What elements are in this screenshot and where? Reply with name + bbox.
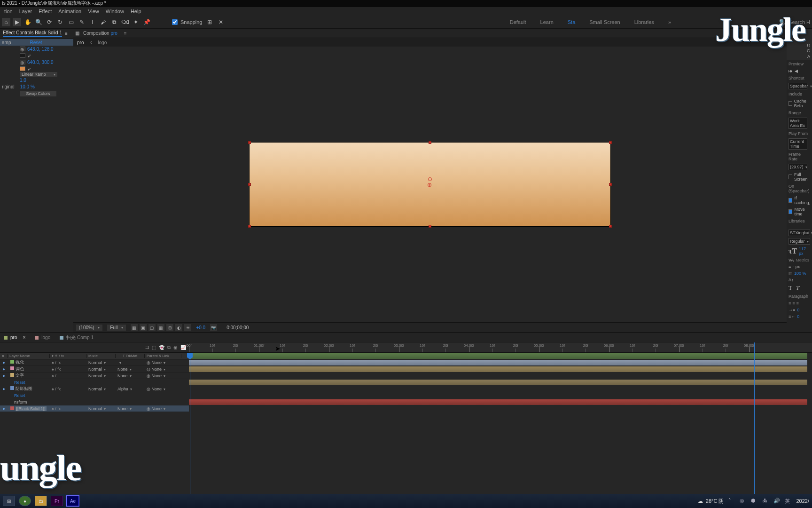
workspace-tab[interactable]: Default [510,19,526,25]
clone-tool-icon[interactable]: ⧉ [110,18,118,26]
roto-tool-icon[interactable]: ✦ [132,18,140,26]
font-size-value[interactable]: 117 px [799,246,810,256]
layer-row[interactable]: ● [[Black Solid 1]]♠ / fxNormalNone◎ Non… [0,405,189,412]
effect-name[interactable]: amp [2,40,11,45]
menu-item[interactable]: Layer [16,8,36,14]
tray-icon[interactable]: ◎ [740,498,746,504]
menu-item[interactable]: Animation [55,8,85,14]
time-ruler[interactable]: 00f10f20f01:00f10f20f02:00f10f20f03:00f1… [189,342,812,353]
menu-item[interactable]: Window [102,8,127,14]
composition-canvas[interactable]: ⊕ [249,142,611,227]
file-explorer-icon[interactable]: 🗀 [35,496,47,506]
timeline-tab[interactable]: 扫光 Comp 1 [60,334,94,341]
anchor-point-icon[interactable]: ⊕ [427,182,433,187]
tracks-area[interactable] [189,353,812,494]
home-icon[interactable]: ⌂ [2,18,10,26]
tray-icon[interactable]: ⬢ [751,498,757,504]
range-dropdown[interactable]: Work Area Ex [789,118,807,129]
resize-handle[interactable] [609,141,612,144]
type-tool-icon[interactable]: T [88,18,97,26]
align-right-icon[interactable]: ≡ [796,301,799,306]
hide-shy-icon[interactable]: 👻 [159,345,164,350]
timeline-tab[interactable]: logo [35,335,50,340]
wechat-icon[interactable]: ● [19,496,31,506]
resolution-dropdown[interactable]: Full [107,325,126,331]
bold-type-icon[interactable]: T [789,284,792,292]
align-center-icon[interactable]: ≡ [792,301,795,306]
effect-controls-tab[interactable]: Effect Controls Black Solid 1 ≡ [0,29,73,39]
workspace-tab[interactable]: Learn [540,19,554,25]
layer-row[interactable]: ● 文字♠ /NormalNone◎ None [0,373,189,379]
layer-bar[interactable] [189,380,807,385]
draft3d-icon[interactable]: ⬚ [152,345,156,350]
framerate-dropdown[interactable]: (29.97) [789,164,807,170]
guides-icon[interactable]: ⊞ [166,324,173,331]
zoom-tool-icon[interactable]: 🔍 [34,18,43,26]
workspace-tab[interactable]: Libraries [634,19,654,25]
motion-blur-icon[interactable]: ◉ [173,345,178,350]
breadcrumb[interactable]: pro [77,40,84,45]
layer-row[interactable]: ● 调色♠ / fxNormalNone◎ None [0,366,189,373]
zoom-dropdown[interactable]: (100%) [76,325,102,331]
layer-row[interactable]: ● 阴影贴图♠ / fxNormalAlpha◎ None [0,386,189,392]
end-point-value[interactable]: 640.0, 300.0 [27,60,54,65]
movetime-checkbox[interactable] [789,209,792,214]
snap-center-icon[interactable]: ✕ [217,18,225,26]
menu-item[interactable]: tion [1,8,16,14]
vscale-value[interactable]: 100 % [794,271,806,276]
viewer-lock-icon[interactable]: ▦ [75,31,79,36]
preview-panel-header[interactable]: Preview [787,61,812,67]
pen-tool-icon[interactable]: ✎ [78,18,86,26]
timeline-tab[interactable]: pro× [4,335,25,340]
panel-menu-icon[interactable]: ≡ [124,31,127,36]
eyedropper-icon[interactable]: ➶ [27,66,32,71]
blend-value[interactable]: 10.0 % [20,84,35,89]
playfrom-dropdown[interactable]: Current Time [789,138,807,150]
comp-mini-flowchart-icon[interactable]: ⇉ [145,345,149,350]
rect-tool-icon[interactable]: ▭ [67,18,75,26]
layer-bar[interactable] [189,366,807,372]
crosshair-icon[interactable]: ⊕ [20,47,25,51]
workspace-tab[interactable]: Small Screen [589,19,620,25]
kerning-value[interactable]: Metrics [796,258,809,262]
layer-bar[interactable] [189,399,807,405]
swap-colors-button[interactable]: Swap Colors [20,91,56,96]
snap-edge-icon[interactable]: ⊞ [205,18,214,26]
tray-chevron-icon[interactable]: ˄ [728,498,735,504]
roi-icon[interactable]: ▢ [148,324,156,331]
resize-handle[interactable] [429,225,431,228]
eyedropper-icon[interactable]: ➶ [27,53,32,58]
resize-handle[interactable] [248,141,251,144]
cache-checkbox[interactable] [789,101,792,106]
grid-icon[interactable]: ▦ [157,324,164,331]
breadcrumb[interactable]: logo [98,40,107,45]
layer-property[interactable]: Reset [0,379,189,386]
help-search[interactable]: 🔍 Search H [779,19,810,25]
snapshot-icon[interactable]: 📷 [210,324,217,331]
resize-handle[interactable] [609,183,612,186]
effect-point-marker[interactable] [428,177,432,181]
volume-icon[interactable]: 🔊 [773,498,780,504]
hand-tool-icon[interactable]: ✋ [23,18,32,26]
start-color-swatch[interactable] [20,53,25,58]
frame-blend-icon[interactable]: ⧉ [167,345,171,350]
resize-handle[interactable] [248,183,251,186]
reset-exposure-icon[interactable]: ☀ [184,324,191,331]
libraries-panel-header[interactable]: Libraries [787,218,812,224]
menu-item[interactable]: Effect [35,8,55,14]
layer-row[interactable]: ● 锐化♠ / fxNormal◎ None [0,359,189,366]
current-time-display[interactable]: 0;00;00;00 [226,325,249,330]
puppet-tool-icon[interactable]: 📌 [142,18,151,26]
align-left-icon[interactable]: ≡ [789,301,791,306]
clock-date[interactable]: 2022/ [796,498,809,504]
brush-tool-icon[interactable]: 🖌 [99,18,108,26]
channel-icon[interactable]: ◐ [175,324,182,331]
selection-tool-icon[interactable]: ▶ [13,18,21,26]
current-time-indicator[interactable] [190,353,190,494]
menu-item[interactable]: Help [127,8,145,14]
orbit-tool-icon[interactable]: ⟳ [45,18,54,26]
effect-reset-link[interactable]: Reset [11,40,42,45]
workspace-tab[interactable]: Sta [568,19,576,25]
start-point-value[interactable]: 643.0, 128.0 [27,47,54,52]
canvas-area[interactable]: ⊕ [73,47,787,322]
